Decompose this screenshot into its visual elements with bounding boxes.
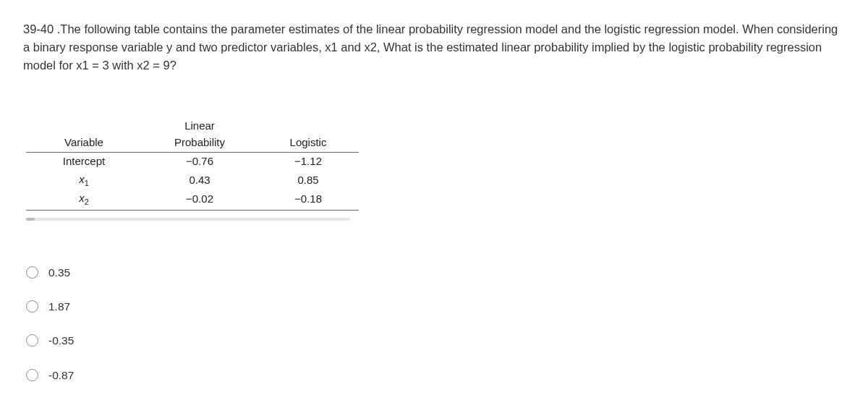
table-row: Intercept −0.76 −1.12 (26, 153, 359, 171)
cell-linear: −0.02 (142, 190, 258, 210)
options-group: 0.35 1.87 -0.35 -0.87 (26, 264, 845, 383)
option-0[interactable]: 0.35 (26, 264, 845, 281)
option-label: -0.87 (48, 367, 74, 383)
option-1[interactable]: 1.87 (26, 298, 845, 315)
table-scrollbar[interactable] (26, 218, 350, 221)
cell-logistic: −0.18 (258, 190, 359, 210)
cell-logistic: 0.85 (258, 171, 359, 190)
question-text: 39-40 .The following table contains the … (23, 20, 845, 74)
th-linear: Linear Probability (142, 117, 258, 153)
table-row: x1 0.43 0.85 (26, 171, 359, 190)
th-variable: Variable (26, 117, 142, 153)
option-3[interactable]: -0.87 (26, 367, 845, 383)
option-label: 1.87 (48, 298, 70, 315)
th-logistic: Logistic (258, 117, 359, 153)
cell-logistic: −1.12 (258, 153, 359, 171)
option-2[interactable]: -0.35 (26, 332, 845, 349)
radio-icon (26, 334, 38, 347)
option-label: 0.35 (48, 264, 70, 281)
radio-icon (26, 369, 38, 381)
table-scrollbar-thumb[interactable] (26, 218, 35, 221)
cell-linear: −0.76 (142, 153, 258, 171)
table-row: x2 −0.02 −0.18 (26, 190, 359, 210)
cell-variable: x2 (26, 190, 142, 210)
cell-linear: 0.43 (142, 171, 258, 190)
radio-icon (26, 266, 38, 279)
parameter-table: Variable Linear Probability Logistic Int… (26, 117, 359, 211)
cell-variable: Intercept (26, 153, 142, 171)
radio-icon (26, 300, 38, 313)
th-linear-line1: Linear (184, 119, 215, 132)
cell-variable: x1 (26, 171, 142, 190)
option-label: -0.35 (48, 332, 74, 349)
th-linear-line2: Probability (174, 136, 225, 148)
